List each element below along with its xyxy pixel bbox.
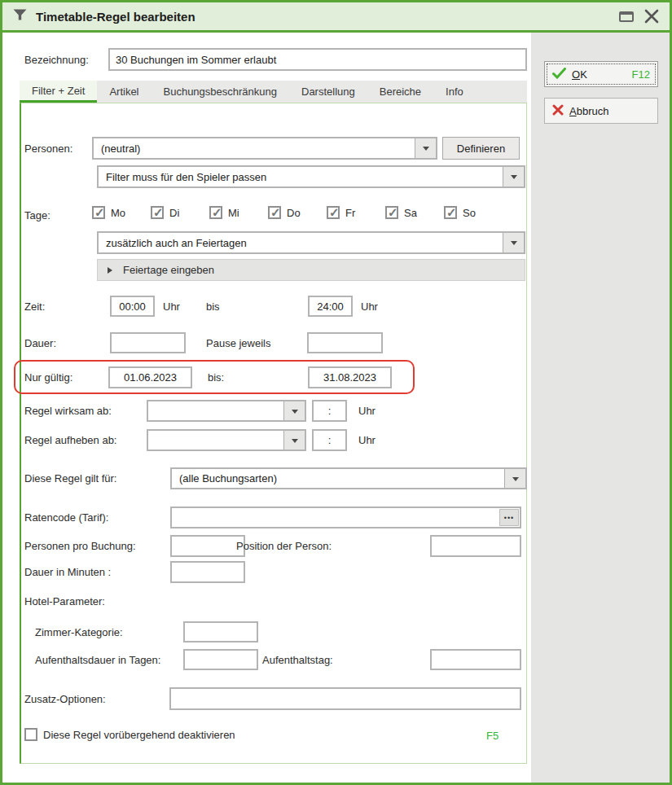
ratencode-input[interactable] [170,507,521,528]
aufenthaltsdauer-input[interactable] [183,649,258,670]
aufenthaltstag-label: Aufenthaltstag: [262,654,333,666]
position-person-label: Position der Person: [236,540,332,552]
gueltig-to-input[interactable] [308,366,392,388]
maximize-button[interactable] [616,2,637,30]
bis-label: bis: [208,371,224,384]
deactivate-row: Diese Regel vorübergehend deaktivieren [24,728,235,741]
uhr-label: Uhr [163,300,180,313]
window-title: Timetable-Regel bearbeiten [36,10,195,24]
x-icon [552,104,564,118]
aufenthaltsdauer-label: Aufenthaltsdauer in Tagen: [35,654,160,666]
tab-darstellung[interactable]: Darstellung [289,81,367,103]
tab-bar: Filter + Zeit Artikel Buchungsbeschränku… [20,81,527,103]
dauer-input[interactable] [110,332,186,353]
checkbox-sa[interactable] [385,206,398,219]
cancel-label: Abbruch [569,105,608,117]
deactivate-checkbox[interactable] [24,728,37,741]
tab-bereiche[interactable]: Bereiche [367,81,433,103]
zusatz-optionen-input[interactable] [169,687,521,710]
feiertage-expander[interactable]: Feiertage eingeben [97,259,525,281]
tab-info[interactable]: Info [433,81,476,103]
day-label: Di [169,207,179,219]
wirksam-combo-value [148,401,283,420]
gilt-fuer-label: Diese Regel gilt für: [24,472,116,485]
chevron-down-icon[interactable] [503,233,524,252]
checkbox-so[interactable] [444,206,457,219]
dauer-minuten-input[interactable] [170,561,245,583]
feiertage-combo[interactable]: zusätzlich auch an Feiertagen [97,231,525,254]
zeit-from-input[interactable] [110,296,155,317]
chevron-down-icon[interactable] [283,431,305,450]
wirksam-label: Regel wirksam ab: [24,405,112,417]
checkbox-do[interactable] [268,206,281,219]
checkbox-fr[interactable] [327,206,340,219]
close-button[interactable] [640,2,663,30]
aufheben-combo-value [148,431,283,450]
more-options-button[interactable]: ••• [499,509,519,526]
dauer-label: Dauer: [24,337,56,349]
aufenthaltstag-input[interactable] [430,649,521,670]
zusatz-optionen-label: Zusatz-Optionen: [24,693,106,705]
dialog-timetable-rule: Timetable-Regel bearbeiten OK F12 Abbruc… [0,0,672,785]
day-label: Do [287,207,301,219]
ok-shortcut: F12 [632,68,650,81]
wirksam-time-input[interactable] [312,400,347,422]
uhr-label: Uhr [361,300,378,313]
zeit-label: Zeit: [24,300,45,313]
gilt-fuer-combo[interactable]: (alle Buchungsarten) [170,467,527,489]
chevron-down-icon[interactable] [415,138,436,158]
deactivate-label: Diese Regel vorübergehend deaktivieren [43,729,235,741]
chevron-down-icon[interactable] [503,167,524,186]
hotel-parameter-label: Hotel-Parameter: [24,595,105,607]
personen-pro-buchung-label: Personen pro Buchung: [24,540,136,552]
aufheben-time-input[interactable] [312,429,347,451]
dauer-minuten-label: Dauer in Minuten : [24,566,111,578]
chevron-down-icon[interactable] [504,469,525,488]
ratencode-label: Ratencode (Tarif): [24,511,108,524]
gilt-fuer-value: (alle Buchungsarten) [172,469,504,488]
bezeichnung-input[interactable] [108,48,527,71]
filter-icon [13,9,27,24]
chevron-down-icon[interactable] [283,401,305,420]
ok-label: OK [572,68,587,81]
nur-gueltig-label: Nur gültig: [24,371,72,384]
gueltig-from-input[interactable] [108,366,192,388]
tab-artikel[interactable]: Artikel [97,81,151,103]
wirksam-combo[interactable] [147,400,306,422]
ok-button[interactable]: OK F12 [544,61,658,87]
aufheben-combo[interactable] [147,429,306,451]
tage-label: Tage: [24,209,51,221]
bis-label: bis [206,300,220,313]
day-label: Mi [228,207,239,219]
day-label: So [463,207,476,219]
bezeichnung-label: Bezeichnung: [24,54,89,66]
expand-arrow-icon [108,267,116,274]
check-icon [552,68,566,81]
position-person-input[interactable] [430,535,521,557]
action-panel: OK F12 Abbruch [531,33,670,783]
checkbox-mo[interactable] [92,206,105,219]
tab-buchungsbeschraenkung[interactable]: Buchungsbeschränkung [152,81,290,103]
zimmer-kategorie-label: Zimmer-Kategorie: [35,626,123,638]
personen-mode-value: Filter muss für den Spieler passen [99,167,503,186]
deactivate-shortcut: F5 [486,730,499,742]
feiertage-combo-value: zusätzlich auch an Feiertagen [99,233,503,252]
aufheben-label: Regel aufheben ab: [24,434,116,446]
zimmer-kategorie-input[interactable] [183,621,258,642]
uhr-label: Uhr [358,405,376,417]
checkbox-di[interactable] [151,206,164,219]
day-label: Fr [345,207,355,219]
tab-filter-zeit[interactable]: Filter + Zeit [20,81,97,103]
pause-label: Pause jeweils [206,337,271,349]
personen-mode-combo[interactable]: Filter muss für den Spieler passen [97,165,525,188]
checkbox-mi[interactable] [209,206,222,219]
pause-input[interactable] [307,332,383,353]
definieren-button[interactable]: Definieren [442,137,520,160]
day-label: Mo [111,207,125,219]
personen-filter-value: (neutral) [94,138,415,158]
personen-filter-combo[interactable]: (neutral) [92,137,437,160]
cancel-button[interactable]: Abbruch [544,98,658,124]
zeit-to-input[interactable] [308,296,353,317]
personen-label: Personen: [24,143,72,155]
personen-pro-buchung-input[interactable] [170,535,245,557]
